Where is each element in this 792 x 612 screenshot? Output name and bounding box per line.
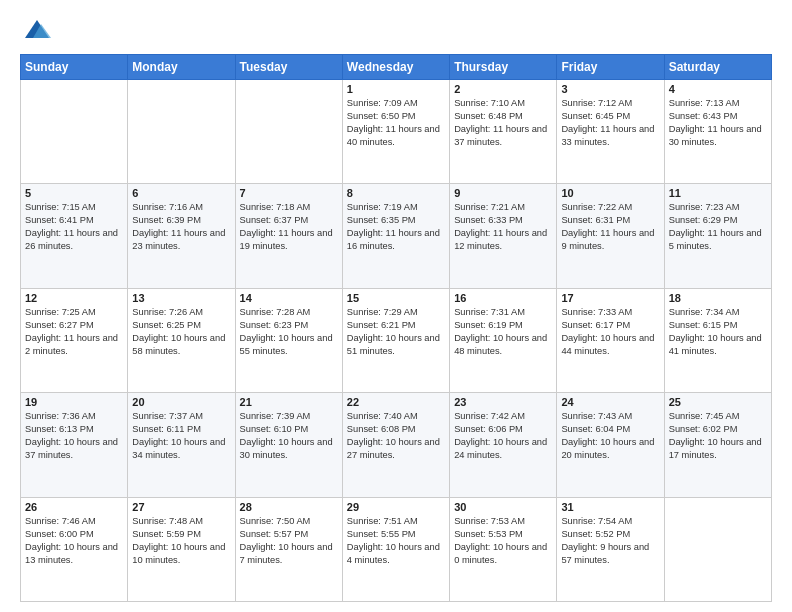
calendar-cell: 3Sunrise: 7:12 AM Sunset: 6:45 PM Daylig… [557, 80, 664, 184]
calendar-cell: 7Sunrise: 7:18 AM Sunset: 6:37 PM Daylig… [235, 184, 342, 288]
calendar-day-header: Thursday [450, 55, 557, 80]
calendar-cell: 2Sunrise: 7:10 AM Sunset: 6:48 PM Daylig… [450, 80, 557, 184]
day-number: 22 [347, 396, 445, 408]
day-info: Sunrise: 7:18 AM Sunset: 6:37 PM Dayligh… [240, 201, 338, 253]
day-number: 28 [240, 501, 338, 513]
calendar-cell [128, 80, 235, 184]
day-info: Sunrise: 7:51 AM Sunset: 5:55 PM Dayligh… [347, 515, 445, 567]
day-number: 2 [454, 83, 552, 95]
calendar-table: SundayMondayTuesdayWednesdayThursdayFrid… [20, 54, 772, 602]
day-info: Sunrise: 7:34 AM Sunset: 6:15 PM Dayligh… [669, 306, 767, 358]
day-number: 11 [669, 187, 767, 199]
day-info: Sunrise: 7:25 AM Sunset: 6:27 PM Dayligh… [25, 306, 123, 358]
calendar-cell: 6Sunrise: 7:16 AM Sunset: 6:39 PM Daylig… [128, 184, 235, 288]
day-info: Sunrise: 7:33 AM Sunset: 6:17 PM Dayligh… [561, 306, 659, 358]
day-number: 15 [347, 292, 445, 304]
calendar-cell: 19Sunrise: 7:36 AM Sunset: 6:13 PM Dayli… [21, 393, 128, 497]
calendar-week-row: 12Sunrise: 7:25 AM Sunset: 6:27 PM Dayli… [21, 288, 772, 392]
day-info: Sunrise: 7:15 AM Sunset: 6:41 PM Dayligh… [25, 201, 123, 253]
calendar-day-header: Tuesday [235, 55, 342, 80]
calendar-cell: 17Sunrise: 7:33 AM Sunset: 6:17 PM Dayli… [557, 288, 664, 392]
day-info: Sunrise: 7:10 AM Sunset: 6:48 PM Dayligh… [454, 97, 552, 149]
calendar-day-header: Monday [128, 55, 235, 80]
day-info: Sunrise: 7:23 AM Sunset: 6:29 PM Dayligh… [669, 201, 767, 253]
calendar-cell: 29Sunrise: 7:51 AM Sunset: 5:55 PM Dayli… [342, 497, 449, 601]
day-number: 1 [347, 83, 445, 95]
calendar-cell: 22Sunrise: 7:40 AM Sunset: 6:08 PM Dayli… [342, 393, 449, 497]
day-info: Sunrise: 7:42 AM Sunset: 6:06 PM Dayligh… [454, 410, 552, 462]
calendar-cell [21, 80, 128, 184]
logo [20, 16, 51, 44]
day-number: 13 [132, 292, 230, 304]
day-info: Sunrise: 7:37 AM Sunset: 6:11 PM Dayligh… [132, 410, 230, 462]
calendar-day-header: Sunday [21, 55, 128, 80]
calendar-cell: 9Sunrise: 7:21 AM Sunset: 6:33 PM Daylig… [450, 184, 557, 288]
calendar-cell: 10Sunrise: 7:22 AM Sunset: 6:31 PM Dayli… [557, 184, 664, 288]
day-number: 6 [132, 187, 230, 199]
calendar-cell: 26Sunrise: 7:46 AM Sunset: 6:00 PM Dayli… [21, 497, 128, 601]
logo-icon [23, 16, 51, 44]
day-info: Sunrise: 7:36 AM Sunset: 6:13 PM Dayligh… [25, 410, 123, 462]
day-number: 21 [240, 396, 338, 408]
day-number: 25 [669, 396, 767, 408]
day-info: Sunrise: 7:09 AM Sunset: 6:50 PM Dayligh… [347, 97, 445, 149]
day-info: Sunrise: 7:54 AM Sunset: 5:52 PM Dayligh… [561, 515, 659, 567]
calendar-cell: 11Sunrise: 7:23 AM Sunset: 6:29 PM Dayli… [664, 184, 771, 288]
calendar-cell [235, 80, 342, 184]
calendar-cell: 27Sunrise: 7:48 AM Sunset: 5:59 PM Dayli… [128, 497, 235, 601]
day-info: Sunrise: 7:21 AM Sunset: 6:33 PM Dayligh… [454, 201, 552, 253]
day-number: 24 [561, 396, 659, 408]
day-info: Sunrise: 7:22 AM Sunset: 6:31 PM Dayligh… [561, 201, 659, 253]
day-info: Sunrise: 7:45 AM Sunset: 6:02 PM Dayligh… [669, 410, 767, 462]
day-number: 8 [347, 187, 445, 199]
calendar-cell: 13Sunrise: 7:26 AM Sunset: 6:25 PM Dayli… [128, 288, 235, 392]
header [20, 16, 772, 44]
calendar-cell: 5Sunrise: 7:15 AM Sunset: 6:41 PM Daylig… [21, 184, 128, 288]
day-number: 12 [25, 292, 123, 304]
day-number: 7 [240, 187, 338, 199]
calendar-week-row: 26Sunrise: 7:46 AM Sunset: 6:00 PM Dayli… [21, 497, 772, 601]
day-info: Sunrise: 7:29 AM Sunset: 6:21 PM Dayligh… [347, 306, 445, 358]
day-number: 4 [669, 83, 767, 95]
day-number: 16 [454, 292, 552, 304]
calendar-cell: 4Sunrise: 7:13 AM Sunset: 6:43 PM Daylig… [664, 80, 771, 184]
day-number: 31 [561, 501, 659, 513]
page: SundayMondayTuesdayWednesdayThursdayFrid… [0, 0, 792, 612]
calendar-cell: 15Sunrise: 7:29 AM Sunset: 6:21 PM Dayli… [342, 288, 449, 392]
day-info: Sunrise: 7:28 AM Sunset: 6:23 PM Dayligh… [240, 306, 338, 358]
day-info: Sunrise: 7:53 AM Sunset: 5:53 PM Dayligh… [454, 515, 552, 567]
day-info: Sunrise: 7:31 AM Sunset: 6:19 PM Dayligh… [454, 306, 552, 358]
calendar-header-row: SundayMondayTuesdayWednesdayThursdayFrid… [21, 55, 772, 80]
day-info: Sunrise: 7:46 AM Sunset: 6:00 PM Dayligh… [25, 515, 123, 567]
calendar-day-header: Saturday [664, 55, 771, 80]
calendar-week-row: 19Sunrise: 7:36 AM Sunset: 6:13 PM Dayli… [21, 393, 772, 497]
day-number: 29 [347, 501, 445, 513]
calendar-cell: 25Sunrise: 7:45 AM Sunset: 6:02 PM Dayli… [664, 393, 771, 497]
day-info: Sunrise: 7:19 AM Sunset: 6:35 PM Dayligh… [347, 201, 445, 253]
day-number: 10 [561, 187, 659, 199]
calendar-cell: 1Sunrise: 7:09 AM Sunset: 6:50 PM Daylig… [342, 80, 449, 184]
calendar-cell: 14Sunrise: 7:28 AM Sunset: 6:23 PM Dayli… [235, 288, 342, 392]
calendar-cell: 21Sunrise: 7:39 AM Sunset: 6:10 PM Dayli… [235, 393, 342, 497]
day-info: Sunrise: 7:40 AM Sunset: 6:08 PM Dayligh… [347, 410, 445, 462]
calendar-cell [664, 497, 771, 601]
calendar-cell: 24Sunrise: 7:43 AM Sunset: 6:04 PM Dayli… [557, 393, 664, 497]
calendar-week-row: 1Sunrise: 7:09 AM Sunset: 6:50 PM Daylig… [21, 80, 772, 184]
day-number: 17 [561, 292, 659, 304]
calendar-cell: 20Sunrise: 7:37 AM Sunset: 6:11 PM Dayli… [128, 393, 235, 497]
day-number: 14 [240, 292, 338, 304]
day-info: Sunrise: 7:26 AM Sunset: 6:25 PM Dayligh… [132, 306, 230, 358]
calendar-cell: 16Sunrise: 7:31 AM Sunset: 6:19 PM Dayli… [450, 288, 557, 392]
calendar-cell: 8Sunrise: 7:19 AM Sunset: 6:35 PM Daylig… [342, 184, 449, 288]
day-number: 30 [454, 501, 552, 513]
day-info: Sunrise: 7:13 AM Sunset: 6:43 PM Dayligh… [669, 97, 767, 149]
calendar-day-header: Wednesday [342, 55, 449, 80]
day-info: Sunrise: 7:39 AM Sunset: 6:10 PM Dayligh… [240, 410, 338, 462]
day-info: Sunrise: 7:48 AM Sunset: 5:59 PM Dayligh… [132, 515, 230, 567]
calendar-week-row: 5Sunrise: 7:15 AM Sunset: 6:41 PM Daylig… [21, 184, 772, 288]
day-number: 5 [25, 187, 123, 199]
day-info: Sunrise: 7:12 AM Sunset: 6:45 PM Dayligh… [561, 97, 659, 149]
day-number: 9 [454, 187, 552, 199]
calendar-cell: 28Sunrise: 7:50 AM Sunset: 5:57 PM Dayli… [235, 497, 342, 601]
calendar-cell: 18Sunrise: 7:34 AM Sunset: 6:15 PM Dayli… [664, 288, 771, 392]
